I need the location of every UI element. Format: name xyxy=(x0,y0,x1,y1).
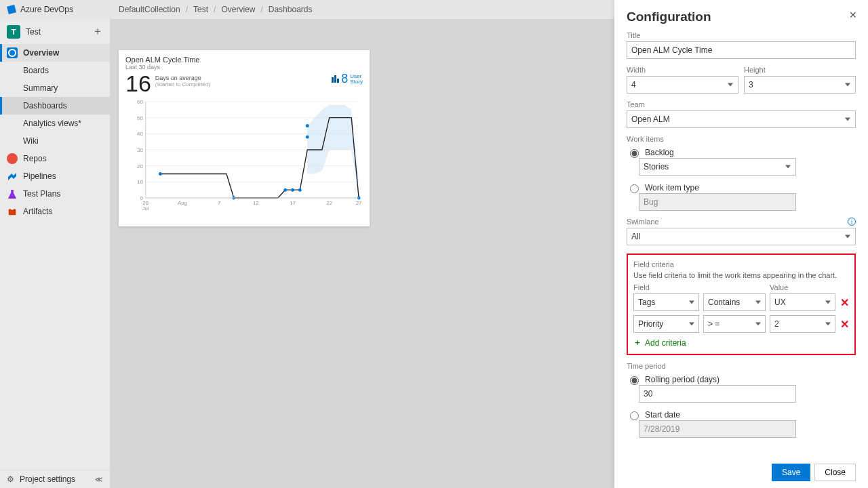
svg-text:40: 40 xyxy=(137,131,143,137)
startdate-input xyxy=(639,420,796,438)
svg-text:Jul: Jul xyxy=(142,205,149,211)
configuration-panel: ✕ Configuration Title Width Height Team … xyxy=(614,0,868,488)
widget-avg-text: Days on average (Started to Completed) xyxy=(155,72,210,87)
svg-rect-0 xyxy=(9,209,16,216)
brand-area[interactable]: Azure DevOps xyxy=(7,5,119,14)
remove-criteria-icon[interactable]: ✕ xyxy=(840,318,849,331)
title-input[interactable] xyxy=(627,41,856,59)
plus-icon: ＋ xyxy=(633,337,642,348)
svg-text:22: 22 xyxy=(326,200,332,206)
breadcrumb-item[interactable]: Overview xyxy=(221,5,255,14)
criteria-field-select[interactable]: Priority xyxy=(633,315,699,333)
swimlane-select[interactable] xyxy=(627,228,856,245)
width-select[interactable] xyxy=(627,76,738,94)
svg-text:60: 60 xyxy=(137,99,143,105)
test-plans-icon xyxy=(7,188,18,199)
height-select[interactable] xyxy=(744,76,856,94)
svg-point-26 xyxy=(283,188,287,192)
svg-text:30: 30 xyxy=(137,147,143,153)
label-height: Height xyxy=(744,66,856,74)
criteria-value-select[interactable]: 2 xyxy=(770,315,835,333)
breadcrumb-item[interactable]: DefaultCollection xyxy=(119,5,180,14)
widget-subtitle: Last 30 days xyxy=(125,64,363,70)
rolling-days-input[interactable] xyxy=(639,385,796,403)
info-icon[interactable]: i xyxy=(848,218,856,226)
criteria-op-select[interactable]: > = xyxy=(703,315,766,333)
svg-text:10: 10 xyxy=(137,179,143,185)
backlog-select[interactable] xyxy=(639,158,796,176)
breadcrumb-item[interactable]: Test xyxy=(193,5,208,14)
radio-startdate-row[interactable]: Start date xyxy=(627,409,856,420)
cycle-time-widget[interactable]: Open ALM Cycle Time Last 30 days 16 Days… xyxy=(119,50,370,226)
nav-analytics-views[interactable]: Analytics views* xyxy=(0,115,110,132)
widget-legend: 8 UserStory xyxy=(332,72,363,86)
panel-title: Configuration xyxy=(627,9,856,24)
panel-footer: Save Close xyxy=(772,464,856,481)
wit-select xyxy=(639,193,796,211)
azure-devops-logo-icon xyxy=(7,5,16,14)
nav-wiki[interactable]: Wiki xyxy=(0,132,110,150)
radio-wit-row[interactable]: Work item type xyxy=(627,182,856,193)
radio-rolling-row[interactable]: Rolling period (days) xyxy=(627,374,856,385)
label-time-period: Time period xyxy=(627,362,856,370)
label-team: Team xyxy=(627,100,856,108)
criteria-row: Priority> =2✕ xyxy=(633,315,849,333)
nav-pipelines[interactable]: Pipelines xyxy=(0,167,110,185)
svg-text:27: 27 xyxy=(356,200,361,206)
remove-criteria-icon[interactable]: ✕ xyxy=(840,296,849,309)
svg-text:12: 12 xyxy=(253,200,259,206)
radio-start-date[interactable] xyxy=(630,411,639,420)
label-workitems: Work items xyxy=(627,135,856,143)
nav-artifacts[interactable]: Artifacts xyxy=(0,203,110,220)
svg-text:7: 7 xyxy=(218,200,220,206)
widget-title: Open ALM Cycle Time xyxy=(125,56,363,64)
nav-summary[interactable]: Summary xyxy=(0,79,110,97)
nav-repos[interactable]: Repos xyxy=(0,150,110,167)
collapse-icon[interactable]: ≪ xyxy=(95,475,103,484)
widget-big-number: 16 xyxy=(125,72,151,95)
criteria-description: Use field criteria to limit the work ite… xyxy=(633,271,849,279)
nav-dashboards[interactable]: Dashboards xyxy=(0,97,110,115)
svg-text:Aug: Aug xyxy=(178,200,187,206)
add-icon[interactable]: ＋ xyxy=(92,24,103,39)
breadcrumb: DefaultCollection/ Test/ Overview/ Dashb… xyxy=(119,5,313,14)
save-button[interactable]: Save xyxy=(772,464,810,481)
legend-bars-icon xyxy=(332,75,339,83)
svg-text:20: 20 xyxy=(137,163,143,169)
chart-svg: 010203040506028JulAug712172227 xyxy=(135,99,361,214)
radio-work-item-type[interactable] xyxy=(630,184,639,193)
chart-plot: 010203040506028JulAug712172227 xyxy=(135,99,361,214)
project-avatar: T xyxy=(7,25,20,39)
svg-point-28 xyxy=(298,188,302,192)
gear-icon[interactable]: ⚙ xyxy=(7,474,14,484)
svg-text:50: 50 xyxy=(137,115,143,121)
add-criteria-button[interactable]: ＋ Add criteria xyxy=(633,337,849,348)
team-select[interactable] xyxy=(627,110,856,128)
close-button[interactable]: Close xyxy=(814,464,856,481)
nav-test-plans[interactable]: Test Plans xyxy=(0,185,110,203)
pipelines-icon xyxy=(7,171,18,182)
radio-backlog[interactable] xyxy=(630,149,639,158)
legend-count: 8 xyxy=(341,72,348,86)
project-settings-link[interactable]: Project settings xyxy=(20,474,75,484)
radio-rolling[interactable] xyxy=(630,376,639,385)
criteria-value-select[interactable]: UX xyxy=(770,293,835,311)
nav-overview[interactable]: Overview xyxy=(0,44,110,62)
project-name: Test xyxy=(26,27,41,37)
label-swimlane: Swimlanei xyxy=(627,218,856,226)
label-title: Title xyxy=(627,31,856,39)
close-icon[interactable]: ✕ xyxy=(849,9,857,20)
sidebar-footer: ⚙ Project settings ≪ xyxy=(0,470,110,488)
field-criteria-section: Field criteria Use field criteria to lim… xyxy=(627,253,856,355)
criteria-field-select[interactable]: Tags xyxy=(633,293,699,311)
criteria-op-select[interactable]: Contains xyxy=(703,293,766,311)
repos-icon xyxy=(7,153,18,164)
nav-boards[interactable]: Boards xyxy=(0,62,110,79)
svg-rect-1 xyxy=(11,208,14,210)
svg-point-24 xyxy=(159,172,162,176)
project-header[interactable]: T Test ＋ xyxy=(0,19,110,44)
breadcrumb-item[interactable]: Dashboards xyxy=(269,5,313,14)
artifacts-icon xyxy=(7,206,18,217)
svg-point-27 xyxy=(291,188,294,192)
radio-backlog-row[interactable]: Backlog xyxy=(627,147,856,158)
